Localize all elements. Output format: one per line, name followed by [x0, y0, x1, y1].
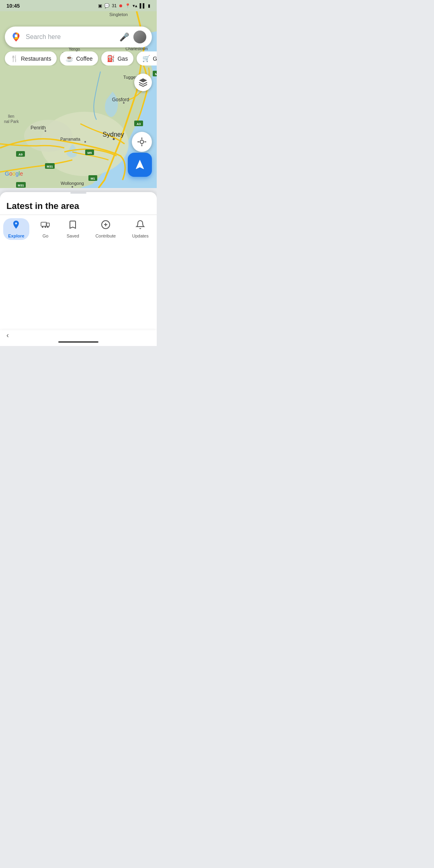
coffee-icon: ☕: [66, 55, 74, 62]
svg-point-26: [123, 102, 125, 104]
notification-icon: ▣: [98, 3, 102, 8]
contribute-icon: [101, 220, 111, 232]
saved-icon: [68, 220, 78, 232]
filter-pill-groceries[interactable]: 🛒 Gro: [137, 51, 157, 66]
calendar-icon: 31: [112, 3, 117, 8]
filter-pill-coffee[interactable]: ☕ Coffee: [60, 51, 98, 66]
svg-text:Singleton: Singleton: [109, 12, 128, 17]
filter-label-coffee: Coffee: [76, 55, 92, 62]
restaurants-icon: 🍴: [10, 55, 18, 62]
google-letter-o1: o: [9, 170, 12, 177]
home-pill[interactable]: [58, 341, 98, 343]
svg-point-2: [24, 120, 72, 152]
filter-pill-gas[interactable]: ⛽ Gas: [101, 51, 133, 66]
status-icons: ▣ 💬 31 ⏺ 📍 ▾▴ ▌▌ ▮: [98, 3, 150, 8]
svg-text:Parramatta: Parramatta: [60, 137, 80, 141]
search-bar[interactable]: Search here 🎤: [5, 27, 152, 47]
svg-point-30: [84, 141, 86, 143]
google-logo: Google: [5, 170, 23, 177]
filter-label-groceries: Gro: [153, 55, 157, 62]
wifi-icon: ▾▴: [133, 3, 137, 8]
google-letter-e: e: [20, 170, 23, 177]
svg-point-28: [45, 130, 46, 132]
google-maps-logo: [10, 31, 22, 43]
microphone-icon[interactable]: 🎤: [119, 32, 129, 42]
svg-text:M31: M31: [47, 165, 53, 168]
saved-label: Saved: [67, 233, 79, 238]
filter-label-gas: Gas: [117, 55, 128, 62]
filter-label-restaurants: Restaurants: [21, 55, 51, 62]
filter-pills: 🍴 Restaurants ☕ Coffee ⛽ Gas 🛒 Gro: [0, 51, 157, 66]
svg-text:M5: M5: [87, 151, 92, 155]
explore-label: Explore: [8, 233, 24, 238]
svg-text:A9: A9: [18, 153, 23, 156]
nav-item-go[interactable]: Go: [36, 218, 55, 240]
svg-rect-43: [41, 222, 47, 226]
back-arrow[interactable]: ‹: [0, 331, 9, 340]
bottom-sheet: Latest in the area Explore Go: [0, 192, 157, 329]
svg-text:M1: M1: [90, 177, 95, 180]
svg-point-47: [47, 226, 49, 228]
home-bar-area: ‹: [0, 329, 157, 346]
gas-icon: ⛽: [107, 55, 115, 62]
layers-icon: [138, 78, 148, 87]
svg-text:Wollongong: Wollongong: [61, 181, 84, 186]
explore-icon: [11, 220, 21, 232]
map-layers-button[interactable]: [134, 74, 152, 91]
svg-point-37: [15, 35, 18, 37]
battery-icon: ▮: [148, 3, 150, 8]
nav-item-explore[interactable]: Explore: [3, 218, 29, 240]
location-crosshair-icon: [137, 137, 147, 147]
map-area[interactable]: M1 A43 A3 A9 M5 M31 M31 M1 Singleton Cha…: [0, 11, 157, 188]
svg-text:M31: M31: [18, 184, 24, 187]
search-bar-container: Search here 🎤: [0, 23, 157, 51]
my-location-button[interactable]: [132, 132, 152, 152]
bottom-navigation: Explore Go Saved: [0, 215, 157, 242]
nav-item-saved[interactable]: Saved: [62, 218, 84, 240]
chat-icon: 💬: [104, 3, 110, 8]
filter-pill-restaurants[interactable]: 🍴 Restaurants: [5, 51, 57, 66]
groceries-icon: 🛒: [142, 55, 150, 62]
status-time: 10:45: [6, 3, 20, 9]
screen-record-icon: ⏺: [119, 3, 123, 8]
svg-text:Sydney: Sydney: [102, 131, 124, 138]
contribute-label: Contribute: [95, 233, 116, 238]
start-navigation-button[interactable]: [128, 153, 152, 177]
updates-label: Updates: [132, 233, 149, 238]
bottom-sheet-title: Latest in the area: [0, 194, 157, 215]
svg-text:M1: M1: [155, 72, 157, 76]
svg-point-46: [45, 226, 46, 228]
navigation-icon: [134, 159, 146, 171]
svg-point-38: [140, 140, 144, 144]
nav-item-contribute[interactable]: Contribute: [90, 218, 121, 240]
go-label: Go: [43, 233, 49, 238]
status-bar: 10:45 ▣ 💬 31 ⏺ 📍 ▾▴ ▌▌ ▮: [0, 0, 157, 11]
svg-text:llen: llen: [8, 114, 14, 119]
svg-point-34: [72, 186, 73, 188]
updates-icon: [135, 220, 145, 232]
svg-point-45: [42, 226, 43, 228]
location-icon: 📍: [125, 3, 131, 8]
nav-item-updates[interactable]: Updates: [127, 218, 154, 240]
svg-text:A3: A3: [137, 122, 141, 126]
search-input[interactable]: Search here: [26, 33, 115, 41]
svg-text:Gosford: Gosford: [112, 97, 129, 102]
svg-point-32: [113, 138, 115, 140]
google-letter-g: G: [5, 170, 9, 177]
svg-text:Penrith: Penrith: [31, 125, 46, 131]
signal-icon: ▌▌: [139, 3, 146, 8]
svg-text:nal Park: nal Park: [4, 119, 19, 124]
go-icon: [41, 220, 50, 232]
user-avatar[interactable]: [133, 31, 146, 43]
